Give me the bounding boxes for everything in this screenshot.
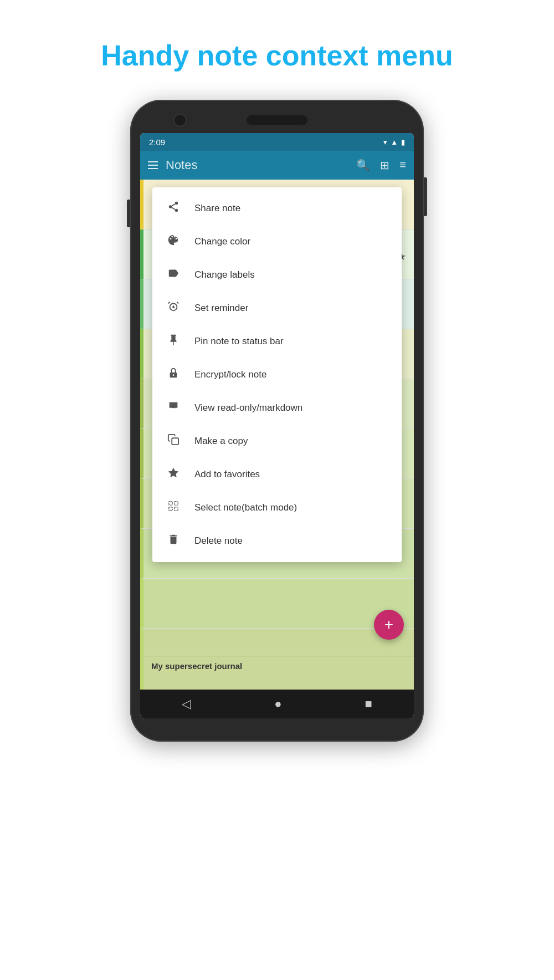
pin-icon bbox=[166, 334, 181, 349]
pin-note-label: Pin note to status bar bbox=[194, 336, 284, 347]
back-button[interactable]: ◁ bbox=[182, 697, 191, 711]
label-icon bbox=[166, 267, 181, 283]
view-markdown-label: View read-only/markdown bbox=[194, 402, 302, 414]
svg-point-2 bbox=[175, 209, 178, 212]
menu-item-add-favorites[interactable]: Add to favorites bbox=[152, 458, 402, 491]
wifi-icon: ▾ bbox=[383, 138, 387, 146]
grid-icon[interactable]: ⊞ bbox=[380, 159, 389, 172]
bottom-note-title: My supersecret journal bbox=[151, 661, 242, 671]
volume-buttons bbox=[424, 177, 427, 216]
status-time: 2:09 bbox=[149, 137, 165, 147]
app-bar: Notes 🔍 ⊞ ≡ bbox=[140, 151, 414, 180]
home-button[interactable]: ● bbox=[274, 697, 281, 711]
power-button bbox=[127, 200, 130, 227]
svg-point-0 bbox=[175, 202, 178, 205]
star-menu-icon bbox=[166, 467, 181, 482]
app-bar-title: Notes bbox=[166, 158, 356, 172]
svg-rect-12 bbox=[175, 502, 178, 505]
delete-note-label: Delete note bbox=[194, 535, 243, 547]
set-reminder-label: Set reminder bbox=[194, 303, 248, 314]
status-icons: ▾ ▲ ▮ bbox=[383, 138, 405, 146]
encrypt-lock-label: Encrypt/lock note bbox=[194, 369, 266, 380]
svg-line-3 bbox=[172, 207, 175, 210]
svg-line-4 bbox=[172, 204, 175, 206]
svg-marker-10 bbox=[168, 468, 178, 477]
phone-screen: 2:09 ▾ ▲ ▮ Notes 🔍 ⊞ ≡ ★ bbox=[140, 133, 414, 718]
add-favorites-label: Add to favorites bbox=[194, 469, 260, 480]
recents-button[interactable]: ■ bbox=[365, 697, 372, 711]
share-note-label: Share note bbox=[194, 203, 240, 214]
menu-item-select-batch[interactable]: Select note(batch mode) bbox=[152, 491, 402, 524]
menu-item-make-copy[interactable]: Make a copy bbox=[152, 425, 402, 458]
menu-item-encrypt-lock[interactable]: Encrypt/lock note bbox=[152, 358, 402, 391]
lock-icon bbox=[166, 367, 181, 382]
share-icon bbox=[166, 201, 181, 216]
alarm-icon bbox=[166, 300, 181, 316]
menu-item-change-labels[interactable]: Change labels bbox=[152, 258, 402, 292]
page-title: Handy note context menu bbox=[84, 39, 470, 72]
batch-select-icon bbox=[166, 500, 181, 515]
phone-bottom bbox=[140, 718, 414, 732]
svg-rect-9 bbox=[172, 438, 178, 445]
svg-rect-13 bbox=[169, 507, 172, 511]
status-bar: 2:09 ▾ ▲ ▮ bbox=[140, 133, 414, 151]
sort-icon[interactable]: ≡ bbox=[399, 159, 406, 172]
notes-content-area: ★ ★ ★ bbox=[140, 180, 414, 656]
change-labels-label: Change labels bbox=[194, 269, 255, 280]
copy-icon bbox=[166, 433, 181, 449]
delete-icon bbox=[166, 533, 181, 549]
select-batch-label: Select note(batch mode) bbox=[194, 502, 297, 513]
signal-icon: ▲ bbox=[391, 138, 398, 146]
menu-item-set-reminder[interactable]: Set reminder bbox=[152, 292, 402, 325]
svg-rect-11 bbox=[169, 502, 172, 505]
svg-point-1 bbox=[169, 205, 172, 208]
note-strip-9 bbox=[140, 579, 414, 629]
make-copy-label: Make a copy bbox=[194, 436, 248, 447]
battery-icon: ▮ bbox=[401, 138, 405, 146]
app-bar-icons: 🔍 ⊞ ≡ bbox=[356, 159, 406, 172]
context-menu: Share note Change color bbox=[152, 187, 402, 562]
palette-icon bbox=[166, 234, 181, 249]
svg-point-6 bbox=[173, 307, 174, 308]
speaker bbox=[247, 115, 307, 125]
menu-item-pin-note[interactable]: Pin note to status bar bbox=[152, 325, 402, 358]
menu-item-view-markdown[interactable]: View read-only/markdown bbox=[152, 391, 402, 425]
hamburger-icon[interactable] bbox=[148, 161, 158, 169]
bottom-note: My supersecret journal bbox=[140, 656, 414, 690]
fab-add-button[interactable]: + bbox=[374, 610, 404, 640]
phone-top-bar bbox=[140, 110, 414, 133]
note-strip-bottom bbox=[140, 629, 414, 656]
phone-shell: 2:09 ▾ ▲ ▮ Notes 🔍 ⊞ ≡ ★ bbox=[130, 100, 424, 742]
svg-rect-14 bbox=[175, 507, 178, 511]
search-icon[interactable]: 🔍 bbox=[356, 159, 370, 172]
nav-bar: ◁ ● ■ bbox=[140, 690, 414, 718]
change-color-label: Change color bbox=[194, 236, 250, 247]
menu-item-share-note[interactable]: Share note bbox=[152, 192, 402, 225]
menu-item-change-color[interactable]: Change color bbox=[152, 225, 402, 258]
menu-item-delete-note[interactable]: Delete note bbox=[152, 524, 402, 558]
book-icon bbox=[166, 400, 181, 416]
svg-point-8 bbox=[173, 374, 175, 376]
camera bbox=[173, 114, 187, 127]
